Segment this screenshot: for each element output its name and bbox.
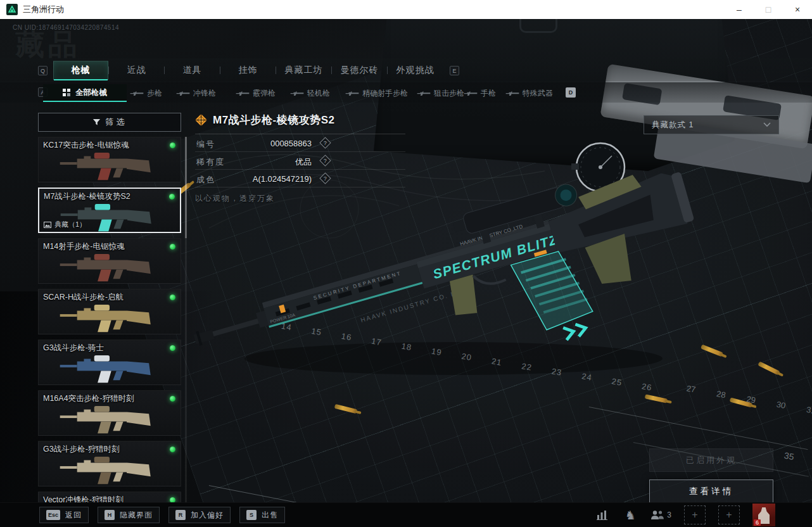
subtab-label: 手枪 <box>481 88 496 99</box>
shotgun-icon <box>236 90 250 96</box>
collection-badge-label: 典藏（1） <box>54 220 86 229</box>
invite-slot-plus[interactable]: + <box>684 505 706 524</box>
dmr-icon <box>345 90 359 96</box>
game-viewport: SECURITY DEPARTMENT POWER 10A SPECTRUM B… <box>0 19 812 527</box>
tab-melee[interactable]: 近战 <box>109 61 164 80</box>
weapon-thumbnail <box>46 401 173 435</box>
weapon-card-m16a4[interactable]: M16A4突击步枪-狩猎时刻 <box>38 390 181 436</box>
subtab-label: 冲锋枪 <box>193 88 216 99</box>
back-button[interactable]: Esc 返回 <box>39 507 89 523</box>
weapon-name: M14射手步枪-电锯惊魂 <box>43 241 124 252</box>
minimize-button[interactable]: – <box>725 0 754 19</box>
detail-row-rarity: 稀有度 优品 ? <box>195 152 405 170</box>
row-label: 编号 <box>196 139 215 150</box>
tab-charms[interactable]: 挂饰 <box>220 61 276 80</box>
lmg-icon <box>290 90 304 96</box>
button-label: 隐藏界面 <box>120 510 153 521</box>
owned-indicator-dot <box>170 396 175 402</box>
subtab-rifles[interactable]: 步枪 <box>130 84 162 102</box>
row-label: 成色 <box>196 174 215 186</box>
weapon-card-kc17[interactable]: KC17突击步枪-电锯惊魂 <box>38 137 181 182</box>
button-label: 返回 <box>65 510 82 521</box>
tab-items[interactable]: 道具 <box>165 61 220 80</box>
tab-appearance-challenge[interactable]: 外观挑战 <box>388 61 443 80</box>
weapon-list-scrollbar[interactable] <box>185 137 187 517</box>
avatar-level-badge: 6 <box>754 519 761 526</box>
owned-indicator-dot <box>170 295 175 300</box>
team-button[interactable]: 3 <box>650 510 671 520</box>
weapon-name: G3战斗步枪-骑士 <box>43 343 104 353</box>
detail-row-condition: 成色 A(1.024547219) ? <box>195 170 405 187</box>
owned-indicator-dot <box>170 143 175 148</box>
player-uid: CN UID:187469147034220874514 <box>13 24 119 31</box>
subtab-label: 特殊武器 <box>523 88 553 99</box>
help-icon[interactable]: ? <box>319 137 331 148</box>
mat-ruler-number: 35 <box>783 450 795 462</box>
stats-icon[interactable] <box>595 508 610 522</box>
help-icon[interactable]: ? <box>319 155 331 166</box>
add-favorite-button[interactable]: R 加入偏好 <box>168 507 231 523</box>
hide-ui-button[interactable]: H 隐藏界面 <box>98 507 160 523</box>
sell-button[interactable]: S 出售 <box>239 507 285 523</box>
rarity-diamond-icon <box>195 114 207 126</box>
view-details-button[interactable]: 查看详情 <box>649 479 773 504</box>
help-icon[interactable]: ? <box>319 172 331 184</box>
tab-collection-workshop[interactable]: 典藏工坊 <box>276 61 331 80</box>
weapon-name: SCAR-H战斗步枪-启航 <box>43 292 124 303</box>
subtab-smgs[interactable]: 冲锋枪 <box>176 84 216 102</box>
key-hint-esc: Esc <box>46 510 60 520</box>
subtab-pistols[interactable]: 手枪 <box>464 84 496 102</box>
key-hint-e: E <box>450 66 459 75</box>
weapon-thumbnail <box>46 249 173 283</box>
subtab-label: 步枪 <box>147 88 162 99</box>
weapon-card-g3-knight[interactable]: G3战斗步枪-骑士 <box>38 340 181 385</box>
weapon-card-m7-selected[interactable]: M7战斗步枪-棱镜攻势S2 典藏（1） <box>38 187 181 233</box>
weapon-list: KC17突击步枪-电锯惊魂 M7战斗步枪-棱镜攻势S2 典藏（1） M14射手步… <box>38 137 181 521</box>
subtab-label: 狙击步枪 <box>434 88 464 99</box>
weapon-tagline: 以心观物，透穿万象 <box>195 193 405 204</box>
subtab-shotguns[interactable]: 霰弹枪 <box>236 84 276 102</box>
detail-row-serial: 编号 000858863 ? <box>195 134 405 152</box>
subtab-dmrs[interactable]: 精确射手步枪 <box>345 84 408 102</box>
subtab-label: 轻机枪 <box>307 88 330 99</box>
window-title: 三角洲行动 <box>23 4 64 15</box>
weapon-card-scar-h[interactable]: SCAR-H战斗步枪-启航 <box>38 289 181 334</box>
tab-mandel-brick[interactable]: 曼德尔砖 <box>332 61 387 80</box>
smg-icon <box>176 90 190 96</box>
collection-style-dropdown[interactable]: 典藏款式 1 <box>644 115 779 134</box>
weapon-name: M16A4突击步枪-狩猎时刻 <box>43 393 134 404</box>
tab-weapons[interactable]: 枪械 <box>53 61 108 80</box>
weapon-name: G3战斗步枪-狩猎时刻 <box>43 444 120 455</box>
maximize-button[interactable]: □ <box>754 0 783 19</box>
weapon-thumbnail <box>46 300 173 334</box>
subtab-label: 霰弹枪 <box>253 88 276 99</box>
weapon-card-m14[interactable]: M14射手步枪-电锯惊魂 <box>38 238 181 284</box>
subtab-special-weapons[interactable]: 特殊武器 <box>505 84 553 102</box>
player-avatar[interactable]: 6 <box>752 504 775 526</box>
weapon-detail-panel: M7战斗步枪-棱镜攻势S2 编号 000858863 ? 稀有度 优品 ? 成色… <box>195 113 405 204</box>
chevron-down-icon <box>763 122 771 127</box>
button-label: 加入偏好 <box>191 510 224 521</box>
filter-label: 筛选 <box>106 117 127 128</box>
owned-indicator-dot <box>170 447 175 452</box>
key-hint-h: H <box>105 510 115 520</box>
weapon-card-g3-hunt[interactable]: G3战斗步枪-狩猎时刻 <box>38 441 181 486</box>
subtab-lmgs[interactable]: 轻机枪 <box>290 84 330 102</box>
weapon-title: M7战斗步枪-棱镜攻势S2 <box>213 113 335 127</box>
knight-horse-icon[interactable]: ♞ <box>623 508 638 522</box>
rifle-icon <box>130 90 144 96</box>
subtab-all-guns[interactable]: 全部枪械 <box>43 84 127 102</box>
owned-indicator-dot <box>170 244 175 250</box>
app-logo-icon <box>6 4 18 15</box>
row-label: 稀有度 <box>196 156 225 168</box>
row-value: 000858863 <box>270 139 312 148</box>
invite-slot-plus[interactable]: + <box>718 505 740 524</box>
weapon-thumbnail <box>46 452 173 486</box>
filter-button[interactable]: 筛选 <box>38 113 181 132</box>
weapon-thumbnail <box>46 148 173 182</box>
sniper-icon <box>417 90 431 96</box>
close-button[interactable]: × <box>783 0 812 19</box>
subtab-snipers[interactable]: 狙击步枪 <box>417 84 464 102</box>
subtab-label: 全部枪械 <box>75 87 107 98</box>
key-hint-r: R <box>175 510 186 520</box>
